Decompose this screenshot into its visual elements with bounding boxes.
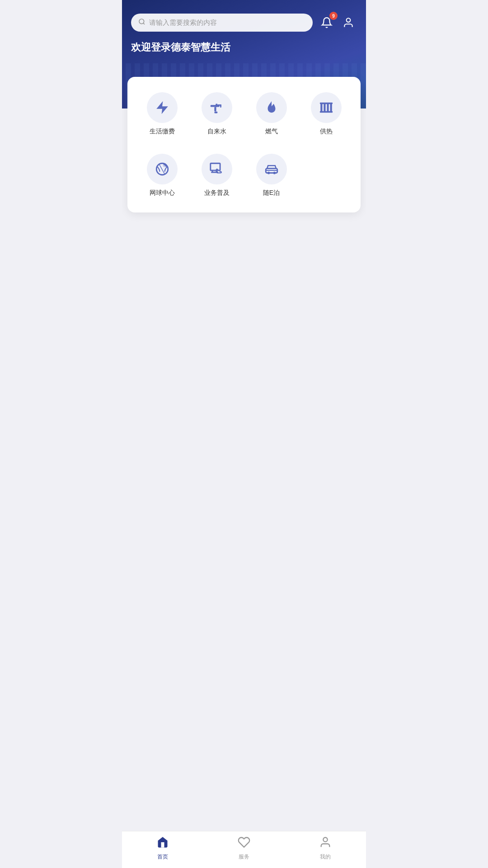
tennis-icon-circle [147,154,178,184]
service-gas[interactable]: 燃气 [244,88,299,140]
search-icon [138,18,145,27]
svg-rect-4 [216,104,217,107]
svg-rect-12 [327,103,328,112]
services-card: 生活缴费 自来水 [127,77,361,212]
service-tap-water[interactable]: 自来水 [189,88,244,140]
svg-rect-6 [220,104,221,108]
service-parking[interactable]: 随E泊 [244,149,299,202]
svg-point-2 [347,18,351,22]
svg-rect-14 [319,103,332,104]
service-heating-label: 供热 [320,127,333,136]
content-area [122,222,366,402]
search-input[interactable]: 请输入需要搜索的内容 [149,19,305,27]
services-row-1: 生活缴费 自来水 [135,88,353,140]
heating-icon [319,100,334,115]
service-business-label: 业务普及 [204,189,230,197]
life-pay-icon-circle [147,92,178,123]
flame-icon [264,100,279,115]
service-life-pay[interactable]: 生活缴费 [135,88,189,140]
tennis-icon [155,161,170,177]
services-row-2: 网球中心 业务普及 [135,149,353,202]
welcome-text: 欢迎登录德泰智慧生活 [131,41,357,54]
service-heating[interactable]: 供热 [299,88,353,140]
svg-point-25 [267,172,270,175]
tap-water-icon-circle [202,92,232,123]
parking-icon-circle [256,154,287,184]
business-icon-circle [202,154,232,184]
svg-point-9 [216,112,217,113]
faucet-icon [209,100,225,115]
car-icon [264,161,279,177]
service-tennis-label: 网球中心 [150,189,175,197]
notification-badge: 9 [329,12,338,20]
svg-rect-11 [324,103,325,112]
service-parking-label: 随E泊 [263,189,280,197]
svg-rect-15 [319,111,332,113]
svg-point-0 [139,19,144,24]
svg-point-26 [273,172,276,175]
service-tennis[interactable]: 网球中心 [135,149,189,202]
notification-button[interactable]: 9 [318,14,335,31]
svg-line-1 [143,23,145,24]
lightning-icon [155,100,170,115]
service-business[interactable]: 业务普及 [189,149,244,202]
svg-rect-13 [330,103,332,112]
svg-rect-7 [214,107,216,112]
service-gas-label: 燃气 [265,127,278,136]
heating-icon-circle [311,92,342,123]
service-tap-water-label: 自来水 [207,127,226,136]
monitor-hand-icon [209,161,225,177]
svg-rect-10 [320,103,322,112]
service-life-pay-label: 生活缴费 [150,127,175,136]
user-avatar-icon[interactable] [340,14,357,31]
gas-icon-circle [256,92,287,123]
search-bar[interactable]: 请输入需要搜索的内容 [131,14,313,32]
svg-rect-20 [210,163,220,170]
